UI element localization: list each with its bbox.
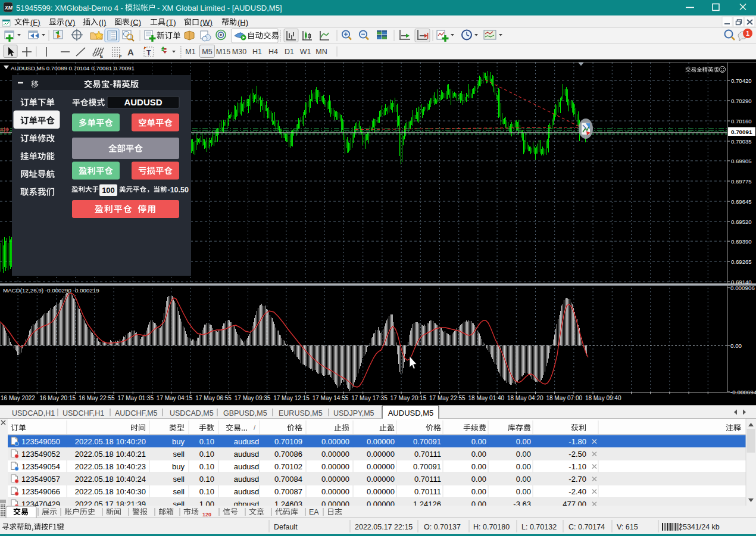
svg-text:-1.10: -1.10 [568,462,586,471]
svg-text:(T): (T) [166,18,176,27]
svg-text:(H): (H) [238,18,248,27]
svg-text:2022.05.18 10:40:23: 2022.05.18 10:40:23 [75,462,146,471]
svg-text:-2.50: -2.50 [568,450,586,459]
svg-text:L: 0.70132: L: 0.70132 [521,523,557,531]
svg-text:17 May 09:35: 17 May 09:35 [235,395,271,401]
svg-text:audusd: audusd [234,437,260,446]
svg-text:25341/24 kb: 25341/24 kb [679,523,720,531]
svg-text:0.69520: 0.69520 [731,219,752,225]
svg-text:0.00: 0.00 [471,462,486,471]
svg-text:0.00: 0.00 [730,342,742,349]
svg-text:0.70160: 0.70160 [731,118,752,124]
svg-text:0.00000: 0.00000 [367,437,395,446]
svg-text:T: T [146,49,151,57]
svg-text:V: 615: V: 615 [617,523,638,531]
svg-text:(I): (I) [99,18,106,27]
svg-text:AUDUSD,M5 0.70089 0.70104 0.7: AUDUSD,M5 0.70089 0.70104 0.70081 0.7009… [11,65,135,71]
svg-text:H4: H4 [268,48,278,56]
svg-text:0.69645: 0.69645 [731,198,752,205]
svg-text:0.00000: 0.00000 [367,487,395,496]
svg-text:2022.05.18 10:40:20: 2022.05.18 10:40:20 [75,437,146,446]
svg-text:-1.80: -1.80 [568,437,586,446]
svg-text:0.00000: 0.00000 [321,487,349,496]
svg-text:W1: W1 [300,48,311,56]
svg-text:16 May 2022: 16 May 2022 [1,395,35,401]
svg-text:16 May 22:55: 16 May 22:55 [79,395,115,401]
svg-text:17 May 22:55: 17 May 22:55 [429,395,466,401]
svg-text:0.69775: 0.69775 [731,178,752,185]
svg-text:17 May 01:35: 17 May 01:35 [117,395,154,401]
svg-text:F: F [119,54,122,60]
svg-text:A: A [127,47,134,57]
svg-text:USDJPY,M5: USDJPY,M5 [333,409,374,417]
svg-text:M30: M30 [232,48,246,56]
svg-text:0.00: 0.00 [516,462,531,471]
svg-text:H1: H1 [252,48,262,56]
svg-text:AUDUSD: AUDUSD [124,97,162,107]
svg-text:2022.05.18 10:40:24: 2022.05.18 10:40:24 [75,475,146,484]
svg-text:17 May 06:55: 17 May 06:55 [195,395,232,401]
svg-text:0.70091: 0.70091 [731,129,752,135]
svg-text:audusd: audusd [234,450,260,459]
svg-text:0.00000: 0.00000 [321,437,349,446]
svg-text:-10.50: -10.50 [168,186,189,194]
svg-text:0.69265: 0.69265 [731,258,752,265]
svg-text:0.70087: 0.70087 [274,487,302,496]
svg-text:audusd: audusd [234,487,260,496]
svg-text:123549057: 123549057 [21,475,60,484]
svg-text:M5: M5 [202,48,212,56]
svg-text:0.00: 0.00 [516,437,531,446]
svg-text:0.10: 0.10 [199,475,214,484]
svg-text:audusd: audusd [234,475,260,484]
svg-text:17 May 04:15: 17 May 04:15 [157,395,193,401]
svg-text:100: 100 [102,186,115,195]
svg-text:Default: Default [274,523,298,531]
svg-text:18 May 01:40: 18 May 01:40 [468,395,505,401]
svg-text:0.00000: 0.00000 [367,462,395,471]
svg-text:123549054: 123549054 [21,462,60,471]
svg-text:0.70102: 0.70102 [274,462,302,471]
svg-text:120: 120 [202,512,211,518]
svg-text:0.00000: 0.00000 [321,475,349,484]
svg-text:0.00000: 0.00000 [367,475,395,484]
svg-text:(C): (C) [130,18,141,27]
svg-text:18 May 09:40: 18 May 09:40 [585,395,621,401]
svg-text:-2.40: -2.40 [568,487,586,496]
svg-text:0.69390: 0.69390 [731,238,752,245]
svg-text:0.00000: 0.00000 [321,450,349,459]
svg-text:16 May 20:15: 16 May 20:15 [39,395,76,401]
svg-text:- XM Global Limited - [AUDUSD,: - XM Global Limited - [AUDUSD,M5] [157,4,282,13]
svg-text:0.70086: 0.70086 [274,450,302,459]
svg-text:EA: EA [309,508,319,516]
svg-text:0.70111: 0.70111 [414,487,441,496]
svg-text:0.10: 0.10 [199,450,214,459]
svg-text:EURUSD,M5: EURUSD,M5 [279,409,323,417]
svg-text:D1: D1 [285,48,294,56]
svg-text:18 May 04:20: 18 May 04:20 [507,395,543,401]
svg-text:M15: M15 [216,48,230,56]
svg-text:0.00: 0.00 [516,450,531,459]
svg-text:0.70111: 0.70111 [414,450,441,459]
svg-text:buy: buy [172,462,185,471]
svg-text:C: 0.70174: C: 0.70174 [568,523,605,531]
svg-text:0.69905: 0.69905 [731,158,752,164]
svg-text:17 May 14:55: 17 May 14:55 [313,395,349,401]
svg-text:0.70084: 0.70084 [274,475,302,484]
svg-text:0.70109: 0.70109 [274,437,302,446]
svg-text:0.000906: 0.000906 [730,285,755,291]
svg-text:0.00: 0.00 [471,475,486,484]
svg-text:1: 1 [746,30,749,37]
svg-text:0.70111: 0.70111 [414,475,441,484]
svg-text:0.10: 0.10 [199,462,214,471]
svg-text:MACD(12,26,9) -0.000290 -0.000: MACD(12,26,9) -0.000290 -0.000219 [3,287,99,294]
svg-text:0.00000: 0.00000 [321,462,349,471]
svg-text:123549066: 123549066 [21,487,60,496]
svg-text:USDCAD,M5: USDCAD,M5 [170,409,214,417]
svg-text:H: 0.70180: H: 0.70180 [473,523,510,531]
svg-text:2022.05.18 10:40:21: 2022.05.18 10:40:21 [75,450,146,459]
svg-text:0.70290: 0.70290 [731,98,752,104]
svg-text:0.70091: 0.70091 [413,462,441,471]
svg-text:USDCHF,H1: USDCHF,H1 [63,409,104,417]
svg-text:sell: sell [173,450,185,459]
svg-text:sell: sell [173,475,185,484]
